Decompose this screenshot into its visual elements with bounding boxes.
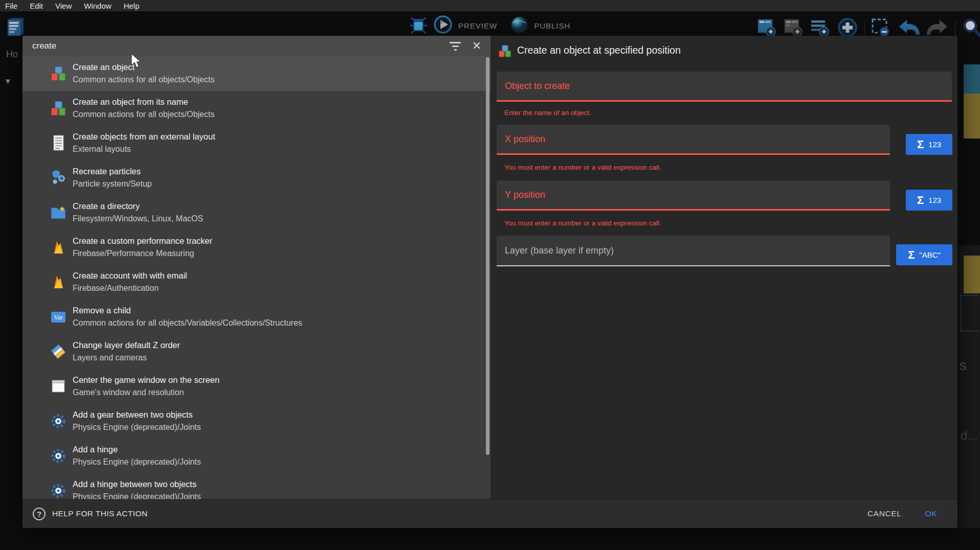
objects-icon [49, 64, 68, 83]
panel-title: Create an object at specified position [517, 44, 681, 56]
sigma-icon: Σ [908, 249, 915, 261]
field-error-text: You must enter a number or a valid expre… [504, 219, 661, 227]
background-clipped-text: d... [961, 428, 977, 443]
expression-type-label: 123 [928, 140, 941, 149]
x-position-field[interactable]: X position [497, 125, 890, 155]
help-for-this-action-button[interactable]: ? HELP FOR THIS ACTION [33, 508, 148, 520]
menu-view[interactable]: View [55, 2, 72, 10]
menu-bar: File Edit View Window Help [0, 0, 980, 11]
publish-sphere-icon[interactable] [509, 15, 529, 36]
action-title: Create an object from its name [73, 95, 485, 108]
help-icon: ? [33, 508, 46, 520]
action-group: Game's window and resolution [73, 386, 485, 399]
action-parameters-panel: Create an object at specified position O… [491, 36, 957, 499]
action-list-panel: ✕ Create an object Common actions for al… [23, 36, 491, 499]
filter-icon[interactable] [444, 36, 466, 56]
layer-field[interactable]: Layer (base layer if empty) [497, 236, 890, 266]
expression-type-label: 123 [928, 196, 941, 204]
preview-button[interactable]: PREVIEW [458, 21, 497, 30]
variable-icon: Var [49, 308, 68, 326]
list-item[interactable]: Create an object from its name Common ac… [23, 91, 491, 126]
background-olive-block [964, 256, 980, 293]
debug-icon[interactable] [409, 15, 428, 36]
string-expression-builder-button[interactable]: Σ "ABC" [896, 244, 952, 265]
toolbar-divider [955, 21, 955, 36]
menu-window[interactable]: Window [84, 2, 111, 10]
object-to-create-field[interactable]: Object to create [497, 72, 952, 102]
firebase-icon [49, 273, 68, 291]
toolbar-center: PREVIEW PUBLISH [409, 14, 570, 37]
cancel-button[interactable]: CANCEL [867, 509, 901, 518]
field-label: Layer (base layer if empty) [497, 245, 614, 256]
list-item[interactable]: Create account with with email Firebase/… [23, 265, 491, 300]
list-item[interactable]: Center the game window on the screen Gam… [23, 369, 491, 404]
expression-type-label: "ABC" [919, 250, 941, 259]
search-input[interactable] [23, 41, 444, 51]
objects-icon [49, 99, 68, 118]
action-group: External layouts [73, 143, 485, 155]
action-title: Add a hinge [73, 443, 485, 456]
action-title: Create a directory [73, 199, 485, 213]
expression-builder-button[interactable]: Σ 123 [906, 190, 952, 211]
action-group: Common actions for all objects/Variables… [73, 317, 485, 329]
search-bar: ✕ [23, 36, 491, 56]
search-icon[interactable] [962, 17, 980, 40]
action-title: Add a gear between two objects [73, 408, 485, 421]
background-olive-block [964, 94, 980, 139]
action-title: Change layer default Z order [73, 338, 485, 352]
background-dashed-selection [961, 295, 978, 331]
menu-file[interactable]: File [5, 2, 17, 10]
action-group: Filesystem/Windows, Linux, MacOS [73, 213, 485, 225]
svg-text:Var: Var [54, 314, 63, 321]
particles-icon [49, 169, 68, 187]
list-item[interactable]: Create a custom performance tracker Fire… [23, 230, 491, 265]
dialog-footer: ? HELP FOR THIS ACTION CANCEL OK [23, 499, 957, 528]
svg-text:★: ★ [59, 204, 65, 213]
sigma-icon: Σ [917, 139, 924, 150]
menu-edit[interactable]: Edit [30, 2, 43, 10]
ok-button[interactable]: OK [925, 509, 937, 518]
close-icon[interactable]: ✕ [466, 36, 487, 56]
action-group: Layers and cameras [73, 352, 485, 364]
action-group: Physics Engine (deprecated)/Joints [73, 456, 485, 468]
folder-icon: ★ [49, 203, 68, 222]
menu-help[interactable]: Help [124, 2, 140, 10]
list-item[interactable]: Recreate particles Particle system/Setup [23, 161, 491, 195]
list-item[interactable]: Add a hinge between two objects Physics … [23, 473, 491, 499]
firebase-icon [49, 238, 68, 257]
action-title: Center the game window on the screen [73, 373, 485, 386]
publish-button[interactable]: PUBLISH [534, 21, 570, 30]
field-error-text: You must enter a number or a valid expre… [504, 164, 661, 171]
field-helper-text: Enter the name of an object. [504, 109, 591, 117]
play-icon[interactable] [433, 14, 453, 37]
objects-icon [498, 44, 512, 60]
list-item[interactable]: Add a gear between two objects Physics E… [23, 404, 491, 439]
footer-actions: CANCEL OK [867, 509, 957, 518]
list-scrollbar[interactable] [486, 57, 489, 455]
action-group: Firebase/Performance Measuring [73, 247, 485, 260]
chevron-down-icon[interactable]: ▼ [4, 77, 12, 85]
expression-builder-button[interactable]: Σ 123 [906, 134, 952, 155]
layers-icon [49, 342, 68, 361]
game-window-icon [49, 377, 68, 396]
field-label: X position [497, 134, 545, 145]
external-layout-icon [49, 134, 68, 152]
action-group: Common actions for all objects/Objects [73, 108, 485, 121]
y-position-field[interactable]: Y position [497, 180, 890, 211]
list-item[interactable]: Create objects from an external layout E… [23, 126, 491, 161]
toolbar-divider [864, 21, 865, 36]
list-item[interactable]: Add a hinge Physics Engine (deprecated)/… [23, 439, 491, 473]
background-clipped-text: s [960, 358, 967, 374]
list-item[interactable]: Create an object Common actions for all … [23, 56, 491, 91]
action-title: Create an object [73, 60, 485, 74]
list-item[interactable]: Change layer default Z order Layers and … [23, 334, 491, 369]
list-item[interactable]: ★ Create a directory Filesystem/Windows,… [23, 195, 491, 230]
action-title: Recreate particles [73, 165, 485, 178]
instruction-editor-dialog: ✕ Create an object Common actions for al… [23, 36, 957, 528]
action-group: Physics Engine (deprecated)/Joints [73, 491, 485, 499]
physics-joint-icon [49, 447, 68, 465]
help-label: HELP FOR THIS ACTION [52, 509, 148, 518]
action-results-list: Create an object Common actions for all … [23, 56, 491, 499]
sigma-icon: Σ [917, 195, 924, 206]
list-item[interactable]: Var Remove a child Common actions for al… [23, 300, 491, 334]
